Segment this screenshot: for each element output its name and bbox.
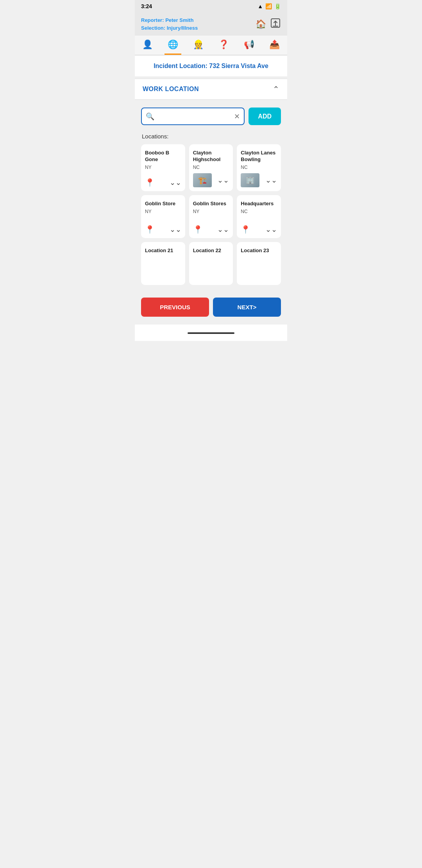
section-title: WORK LOCATION bbox=[143, 86, 199, 93]
home-button[interactable]: 🏠 bbox=[256, 19, 266, 29]
location-state: NY bbox=[193, 209, 200, 214]
question-icon: ❓ bbox=[218, 39, 229, 50]
location-card-booboo-b-gone[interactable]: Booboo B Gone NY 📍 ⌄⌄ bbox=[141, 144, 185, 191]
location-state: NY bbox=[145, 165, 152, 170]
reporter-row: Reporter: Peter Smith bbox=[141, 16, 198, 24]
tab-megaphone[interactable]: 📢 bbox=[241, 38, 257, 55]
content-area: 🔍 ✕ ADD Locations: Booboo B Gone NY 📍 ⌄⌄… bbox=[135, 101, 287, 291]
location-state: NY bbox=[145, 209, 152, 214]
tab-globe[interactable]: 🌐 bbox=[165, 38, 181, 55]
card-bottom: 📍 ⌄⌄ bbox=[145, 225, 181, 234]
chevron-down-icon[interactable]: ⌄⌄ bbox=[265, 176, 277, 185]
card-bottom: 🏗️ ⌄⌄ bbox=[193, 173, 229, 187]
search-row: 🔍 ✕ ADD bbox=[141, 108, 281, 125]
location-name: Clayton Lanes Bowling bbox=[241, 150, 277, 163]
location-name: Location 22 bbox=[193, 247, 221, 254]
tab-person[interactable]: 👤 bbox=[139, 38, 156, 55]
tab-worker[interactable]: 👷 bbox=[190, 38, 207, 55]
location-state: NC bbox=[193, 165, 200, 170]
nav-tabs: 👤 🌐 👷 ❓ 📢 📤 bbox=[135, 36, 287, 56]
next-button[interactable]: NEXT> bbox=[213, 298, 281, 317]
status-bar: 3:24 ▲ 📶 🔋 bbox=[135, 0, 287, 13]
card-bottom: 🏢 ⌄⌄ bbox=[241, 173, 277, 187]
home-bar bbox=[135, 325, 287, 341]
location-name: Location 23 bbox=[241, 247, 269, 254]
location-state: NC bbox=[241, 209, 247, 214]
chevron-down-icon[interactable]: ⌄⌄ bbox=[217, 225, 229, 234]
add-button[interactable]: ADD bbox=[249, 108, 281, 125]
pin-icon: 📍 bbox=[145, 225, 155, 234]
chevron-down-icon[interactable]: ⌄⌄ bbox=[217, 176, 229, 185]
worker-icon: 👷 bbox=[193, 39, 204, 50]
location-name: Goblin Store bbox=[145, 201, 175, 207]
location-card-21[interactable]: Location 21 bbox=[141, 242, 185, 285]
selection-value: Injury/Illness bbox=[167, 25, 198, 31]
card-bottom: 📍 ⌄⌄ bbox=[145, 178, 181, 187]
previous-button[interactable]: PREVIOUS bbox=[141, 298, 209, 317]
location-name: Location 21 bbox=[145, 247, 173, 254]
pin-icon: 📍 bbox=[241, 225, 250, 234]
upload-icon: 📤 bbox=[269, 39, 280, 50]
battery-icon: 🔋 bbox=[274, 3, 281, 9]
location-thumbnail: 🏢 bbox=[241, 173, 259, 187]
person-icon: 👤 bbox=[142, 39, 153, 50]
chevron-down-icon[interactable]: ⌄⌄ bbox=[170, 225, 181, 234]
tab-question[interactable]: ❓ bbox=[215, 38, 232, 55]
pin-icon: 📍 bbox=[145, 178, 155, 187]
clear-icon[interactable]: ✕ bbox=[234, 112, 240, 121]
app-header: Reporter: Peter Smith Selection: Injury/… bbox=[135, 13, 287, 36]
tab-upload[interactable]: 📤 bbox=[266, 38, 283, 55]
chevron-down-icon[interactable]: ⌄⌄ bbox=[170, 178, 181, 187]
location-state: NC bbox=[241, 165, 247, 170]
location-card-clayton-highschool[interactable]: Clayton Highschool NC 🏗️ ⌄⌄ bbox=[189, 144, 233, 191]
wifi-icon: ▲ bbox=[257, 3, 263, 9]
chevron-down-icon[interactable]: ⌄⌄ bbox=[265, 225, 277, 234]
pin-icon: 📍 bbox=[193, 225, 203, 234]
signal-icon: 📶 bbox=[265, 3, 272, 9]
collapse-icon: ⌃ bbox=[273, 84, 279, 94]
location-card-clayton-lanes[interactable]: Clayton Lanes Bowling NC 🏢 ⌄⌄ bbox=[237, 144, 281, 191]
selection-row: Selection: Injury/Illness bbox=[141, 24, 198, 32]
location-name: Clayton Highschool bbox=[193, 150, 229, 163]
location-name: Headquarters bbox=[241, 201, 274, 207]
export-button[interactable] bbox=[270, 18, 281, 30]
selection-label: Selection: bbox=[141, 25, 165, 31]
home-indicator bbox=[188, 332, 234, 334]
megaphone-icon: 📢 bbox=[244, 39, 254, 50]
status-time: 3:24 bbox=[141, 3, 152, 9]
location-card-22[interactable]: Location 22 bbox=[189, 242, 233, 285]
status-icons: ▲ 📶 🔋 bbox=[257, 3, 281, 9]
search-wrapper: 🔍 ✕ bbox=[141, 108, 245, 125]
reporter-label: Reporter: bbox=[141, 17, 164, 23]
bottom-nav: PREVIOUS NEXT> bbox=[135, 291, 287, 325]
incident-banner: Incident Location: 732 Sierra Vista Ave bbox=[135, 56, 287, 77]
location-card-goblin-stores[interactable]: Goblin Stores NY 📍 ⌄⌄ bbox=[189, 195, 233, 238]
card-bottom: 📍 ⌄⌄ bbox=[193, 225, 229, 234]
location-name: Booboo B Gone bbox=[145, 150, 181, 163]
header-info: Reporter: Peter Smith Selection: Injury/… bbox=[141, 16, 198, 32]
location-card-23[interactable]: Location 23 bbox=[237, 242, 281, 285]
header-actions: 🏠 bbox=[256, 18, 281, 30]
location-thumbnail: 🏗️ bbox=[193, 173, 212, 187]
search-input[interactable] bbox=[157, 108, 234, 124]
locations-grid: Booboo B Gone NY 📍 ⌄⌄ Clayton Highschool… bbox=[141, 144, 281, 285]
globe-icon: 🌐 bbox=[168, 39, 178, 50]
card-bottom: 📍 ⌄⌄ bbox=[241, 225, 277, 234]
location-name: Goblin Stores bbox=[193, 201, 226, 207]
work-location-header[interactable]: WORK LOCATION ⌃ bbox=[135, 79, 287, 100]
location-card-headquarters[interactable]: Headquarters NC 📍 ⌄⌄ bbox=[237, 195, 281, 238]
location-card-goblin-store[interactable]: Goblin Store NY 📍 ⌄⌄ bbox=[141, 195, 185, 238]
search-icon: 🔍 bbox=[146, 112, 154, 121]
locations-label: Locations: bbox=[141, 133, 281, 140]
reporter-name: Peter Smith bbox=[165, 17, 193, 23]
